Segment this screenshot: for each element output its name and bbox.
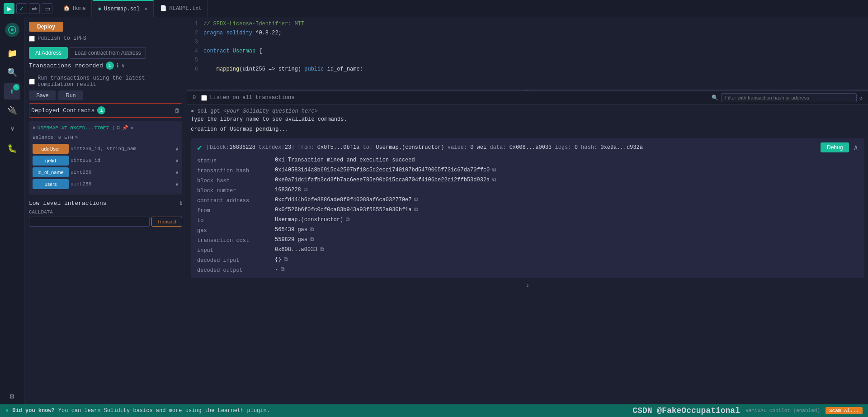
load-contract-button[interactable]: Load contract from Address (70, 47, 146, 59)
run-button-panel[interactable]: Run (58, 90, 83, 100)
transactions-collapse-icon[interactable]: ∨ (122, 62, 125, 69)
getid-button[interactable]: getid (33, 156, 69, 166)
line-code-1: // SPDX-License-Identifier: MIT (203, 21, 304, 30)
id-of-name-button[interactable]: id_of_name (33, 167, 69, 177)
run-icons-area: ▶ ✓ ⇌ ▭ (0, 3, 56, 14)
copy-tx-cost-icon[interactable]: ⧉ (310, 237, 314, 243)
gas-text: 565439 gas (275, 227, 307, 233)
at-address-button[interactable]: At Address (29, 47, 68, 59)
sidebar-item-plugin[interactable]: 🔌 (4, 102, 20, 118)
tx-details: status 0x1 Transaction mined and executi… (197, 157, 858, 274)
copy-contract-addr-icon[interactable]: ⧉ (414, 197, 418, 203)
creation-msg: creation of Usermap pending... (191, 126, 864, 133)
publish-ipfs-checkbox[interactable] (29, 36, 35, 42)
copy-decoded-output-icon[interactable]: ⧉ (281, 266, 285, 273)
run-button[interactable]: ▶ (4, 3, 14, 14)
filter-search-area: 🔍 ↺ (712, 93, 863, 102)
calldata-input[interactable] (29, 217, 150, 227)
code-editor: 1 // SPDX-License-Identifier: MIT 2 prag… (187, 17, 868, 90)
tip-text: You can learn Solidity basics and more u… (58, 408, 270, 414)
copy-block-num-icon[interactable]: ⧉ (304, 187, 308, 193)
id-of-name-params: uint256 (71, 170, 174, 175)
tx-header: ✔ [block:16836228 txIndex:23] from: 0x0f… (197, 142, 858, 152)
chevron-down-contract-icon[interactable]: ∨ (33, 125, 36, 131)
gpt-cmd: Type the library name to see available c… (191, 116, 864, 123)
editor-area: 1 // SPDX-License-Identifier: MIT 2 prag… (187, 17, 868, 404)
edit-balance-icon[interactable]: ✎ (75, 134, 78, 140)
flow-button[interactable]: ⇌ (29, 3, 40, 14)
icon-rail: 📁 🔍 ⬆ 1 🔌 ⑂ 🐛 ⚙ (0, 17, 24, 404)
search-icon: 🔍 (7, 67, 17, 77)
console-log: ● sol-gpt <your Solidity question here> … (187, 104, 868, 404)
publish-ipfs-row: Publish to IPFS (29, 35, 182, 42)
copy-address-icon[interactable]: ⧉ (117, 125, 120, 131)
transact-button[interactable]: Transact (151, 217, 182, 227)
balance-value: 0 ETH (58, 135, 73, 140)
users-button[interactable]: users (33, 179, 69, 189)
add-user-chevron-icon[interactable]: ∨ (175, 146, 179, 152)
from-val: 0x0f526b6f0fc0cf0ca83b943a93f58552a030bf… (275, 207, 858, 213)
close-contract-icon[interactable]: ✕ (130, 125, 133, 131)
tab-close-icon[interactable]: ✕ (144, 5, 147, 12)
block-number-val: 16836228 ⧉ (275, 187, 858, 193)
scroll-more-indicator[interactable]: › (191, 280, 864, 292)
tx-expand-icon[interactable]: ∧ (854, 143, 858, 152)
layout-button[interactable]: ▭ (42, 3, 52, 14)
tab-home[interactable]: 🏠 Home (58, 0, 92, 17)
tx-info-text: [block:16836228 txIndex:23] from: 0x0f5.… (207, 144, 816, 151)
users-chevron-icon[interactable]: ∨ (175, 181, 179, 188)
remix-ai-label: RemixAI Copilot (enabled) (745, 408, 820, 413)
tx-cost-text: 559829 gas (275, 237, 307, 243)
add-user-button[interactable]: addUser (33, 144, 69, 154)
line-num-2: 2 (187, 30, 203, 39)
filter-count: 0 (193, 95, 196, 101)
decoded-input-val: {} ⧉ (275, 256, 858, 263)
to-key: to (197, 217, 269, 224)
users-row: users uint256 ∨ (33, 179, 179, 189)
check-button[interactable]: ✓ (16, 3, 27, 14)
id-of-name-chevron-icon[interactable]: ∨ (175, 169, 179, 176)
getid-chevron-icon[interactable]: ∨ (175, 157, 179, 164)
sidebar-item-debug[interactable]: 🐛 (4, 140, 20, 156)
code-line-1: 1 // SPDX-License-Identifier: MIT (187, 21, 868, 30)
clear-filter-icon[interactable]: ↺ (859, 95, 863, 101)
tab-readme[interactable]: 📄 README.txt (155, 0, 208, 17)
tab-usermapsol[interactable]: ◆ Usermap.sol ✕ (93, 0, 154, 17)
listen-all-label: Listen on all transactions (210, 95, 294, 101)
copy-decoded-input-icon[interactable]: ⧉ (284, 256, 288, 263)
copy-input-icon[interactable]: ⧉ (320, 246, 324, 253)
copy-block-hash-icon[interactable]: ⧉ (492, 177, 496, 183)
filter-input[interactable] (721, 93, 857, 102)
block-hash-text: 0xe9a71dc1fafb3cd3fb7ac6eee785e90b015cca… (275, 177, 490, 183)
copy-from-icon[interactable]: ⧉ (414, 207, 418, 213)
copy-tx-hash-icon[interactable]: ⧉ (492, 167, 496, 173)
gpt-cmd-text: Type the library name to see available c… (191, 116, 347, 123)
save-button[interactable]: Save (29, 90, 56, 100)
bottom-bar: ● Did you know? You can learn Solidity b… (0, 404, 868, 417)
git-icon: ⑂ (10, 126, 14, 133)
did-you-know-label: Did you know? (12, 408, 55, 414)
pin-icon[interactable]: 📌 (122, 125, 128, 131)
sidebar-item-git[interactable]: ⑂ (4, 121, 20, 137)
trash-icon[interactable]: 🗑 (175, 107, 180, 114)
copy-gas-icon[interactable]: ⧉ (310, 227, 314, 233)
run-latest-checkbox[interactable] (29, 79, 35, 85)
debug-button[interactable]: Debug (821, 142, 849, 152)
from-key: from (197, 207, 269, 214)
low-level-title: Low level interactions (29, 200, 107, 207)
low-level-section: Low level interactions ℹ CALLDATA Transa… (29, 200, 182, 227)
sidebar-item-deploy[interactable]: ⬆ 1 (4, 83, 20, 100)
deploy-button[interactable]: Deploy (29, 22, 63, 32)
sidebar-item-settings[interactable]: ⚙ (4, 388, 20, 404)
sidebar-item-files[interactable]: 📁 (4, 45, 20, 62)
svg-point-2 (11, 28, 14, 31)
block-hash-row: block hash 0xe9a71dc1fafb3cd3fb7ac6eee78… (197, 177, 858, 184)
add-user-params: uint256_id, string_nam (71, 146, 174, 152)
top-tab-bar: ▶ ✓ ⇌ ▭ 🏠 Home ◆ Usermap.sol ✕ 📄 README.… (0, 0, 868, 17)
sidebar-item-search[interactable]: 🔍 (4, 64, 20, 81)
scam-alert-badge[interactable]: Scam Al... (826, 407, 863, 414)
listen-all-checkbox[interactable] (201, 95, 207, 101)
decoded-input-row: decoded input {} ⧉ (197, 256, 858, 264)
settings-icon: ⚙ (9, 391, 14, 401)
copy-to-icon[interactable]: ⧉ (346, 217, 350, 223)
